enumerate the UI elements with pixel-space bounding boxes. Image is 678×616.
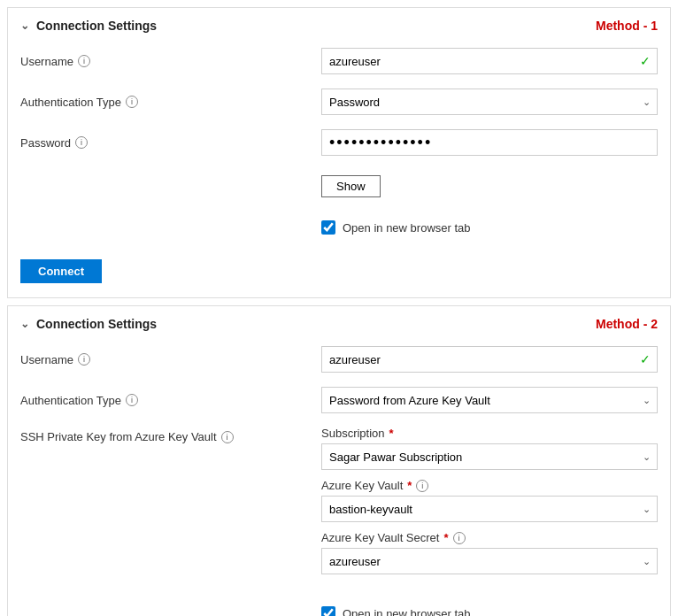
method2-auth-control: Password SSH Private Key Password from A… xyxy=(321,387,658,413)
method2-keyvault-dropdown[interactable]: bastion-keyvault xyxy=(321,496,658,522)
method1-username-input-wrapper: ✓ xyxy=(321,48,658,74)
method2-secret-label: Azure Key Vault Secret * i xyxy=(321,531,658,544)
method2-username-input-wrapper: ✓ xyxy=(321,346,658,373)
method2-sub-form: Subscription * Sagar Pawar Subscription … xyxy=(321,427,658,583)
method1-connect-button[interactable]: Connect xyxy=(20,259,102,283)
show-password-button[interactable]: Show xyxy=(321,175,381,197)
method2-newtab-row: Open in new browser tab xyxy=(20,596,658,616)
method1-password-control xyxy=(321,129,658,156)
method2-secret-row: Azure Key Vault Secret * i azureuser ⌄ xyxy=(321,531,658,574)
method2-username-input[interactable] xyxy=(321,346,658,373)
method2-subscription-dropdown[interactable]: Sagar Pawar Subscription xyxy=(321,443,658,470)
auth-info-icon[interactable]: i xyxy=(126,96,138,108)
method1-auth-label: Authentication Type i xyxy=(20,96,321,109)
method1-password-row: Password i xyxy=(20,128,658,157)
chevron-down-icon-2: ⌄ xyxy=(20,318,29,330)
method1-section: ⌄ Connection Settings Method - 1 Usernam… xyxy=(7,7,671,298)
method1-username-label: Username i xyxy=(20,55,321,68)
method1-newtab-row: Open in new browser tab xyxy=(20,210,658,238)
method1-newtab-checkbox-row: Open in new browser tab xyxy=(321,220,658,235)
method1-auth-row: Authentication Type i Password SSH Priva… xyxy=(20,88,658,116)
method1-username-input[interactable] xyxy=(321,48,658,74)
method1-title: Connection Settings xyxy=(36,19,157,33)
keyvault-info-icon[interactable]: i xyxy=(416,480,428,492)
keyvault-required-star: * xyxy=(407,479,412,492)
method2-subscription-control: Sagar Pawar Subscription ⌄ xyxy=(321,443,658,470)
username-check-icon: ✓ xyxy=(640,54,651,68)
username-info-icon[interactable]: i xyxy=(78,55,90,67)
method2-newtab-checkbox[interactable] xyxy=(321,606,335,616)
method2-newtab-label: Open in new browser tab xyxy=(343,607,471,617)
m2-username-check-icon: ✓ xyxy=(640,352,651,366)
method2-section: ⌄ Connection Settings Method - 2 Usernam… xyxy=(7,305,671,616)
method2-secret-control: azureuser ⌄ xyxy=(321,548,658,574)
method1-header-left: ⌄ Connection Settings xyxy=(20,19,157,33)
method2-title: Connection Settings xyxy=(36,317,157,331)
method1-newtab-label: Open in new browser tab xyxy=(343,221,471,235)
method2-subscription-label: Subscription * xyxy=(321,427,658,440)
method2-auth-label: Authentication Type i xyxy=(20,394,321,407)
method2-keyvault-row: Azure Key Vault * i bastion-keyvault ⌄ xyxy=(321,479,658,522)
method1-show-row: Show xyxy=(20,169,658,197)
method2-auth-row: Authentication Type i Password SSH Priva… xyxy=(20,386,658,414)
method2-ssh-row: SSH Private Key from Azure Key Vault i S… xyxy=(20,427,658,583)
method2-header: ⌄ Connection Settings Method - 2 xyxy=(20,317,658,331)
password-info-icon[interactable]: i xyxy=(75,136,88,149)
method2-label: Method - 2 xyxy=(596,317,658,331)
chevron-down-icon: ⌄ xyxy=(20,19,29,32)
method2-secret-dropdown[interactable]: azureuser xyxy=(321,548,658,574)
secret-required-star: * xyxy=(443,531,448,544)
method2-keyvault-label: Azure Key Vault * i xyxy=(321,479,658,492)
method2-username-control: ✓ xyxy=(321,346,658,373)
method1-newtab-checkbox[interactable] xyxy=(321,220,335,235)
method2-username-row: Username i ✓ xyxy=(20,345,658,373)
method2-keyvault-control: bastion-keyvault ⌄ xyxy=(321,496,658,522)
method2-ssh-label: SSH Private Key from Azure Key Vault i xyxy=(20,427,321,443)
m2-auth-info-icon[interactable]: i xyxy=(126,394,138,406)
method2-auth-dropdown[interactable]: Password SSH Private Key Password from A… xyxy=(321,387,658,413)
method1-auth-control: Password SSH Private Key Password from A… xyxy=(321,89,658,115)
method2-username-label: Username i xyxy=(20,353,321,366)
method2-newtab-checkbox-row: Open in new browser tab xyxy=(321,606,658,616)
m2-ssh-info-icon[interactable]: i xyxy=(221,431,234,443)
m2-username-info-icon[interactable]: i xyxy=(78,353,90,366)
method1-password-input[interactable] xyxy=(321,129,658,156)
secret-info-icon[interactable]: i xyxy=(453,532,466,544)
method2-header-left: ⌄ Connection Settings xyxy=(20,317,157,331)
method1-password-label: Password i xyxy=(20,136,321,150)
method1-label: Method - 1 xyxy=(596,19,658,33)
method1-username-control: ✓ xyxy=(321,48,658,74)
method1-username-row: Username i ✓ xyxy=(20,47,658,75)
method1-header: ⌄ Connection Settings Method - 1 xyxy=(20,19,658,33)
method2-subscription-row: Subscription * Sagar Pawar Subscription … xyxy=(321,427,658,470)
subscription-required-star: * xyxy=(389,427,394,440)
method1-auth-dropdown[interactable]: Password SSH Private Key Password from A… xyxy=(321,89,658,115)
